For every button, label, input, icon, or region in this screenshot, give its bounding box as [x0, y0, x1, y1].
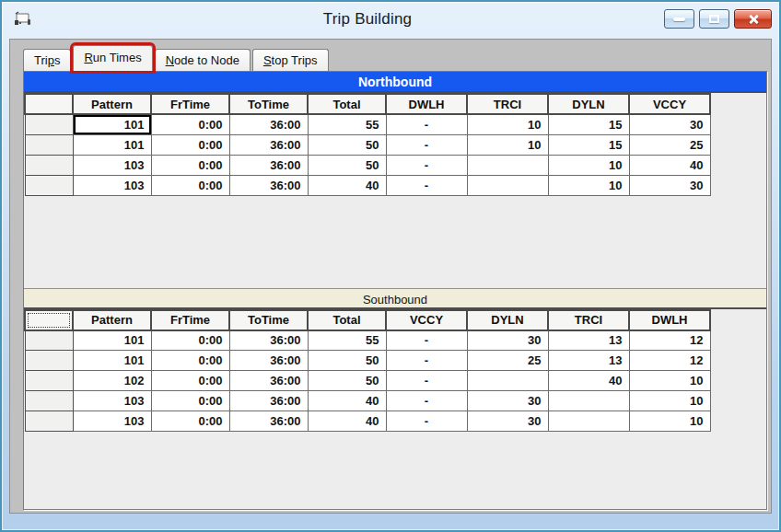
cell[interactable]: 0:00	[151, 411, 229, 432]
row-selector[interactable]	[25, 155, 73, 175]
cell[interactable]: 55	[308, 114, 386, 134]
cell[interactable]: 50	[308, 155, 386, 175]
cell[interactable]: 30	[629, 175, 710, 195]
row-selector[interactable]	[25, 351, 73, 371]
row-selector[interactable]	[25, 134, 73, 155]
column-header[interactable]: Pattern	[73, 310, 151, 330]
cell[interactable]: 0:00	[151, 330, 229, 351]
cell[interactable]: 50	[308, 371, 386, 391]
cell[interactable]	[467, 155, 548, 175]
close-button[interactable]	[734, 9, 772, 29]
cell[interactable]: 0:00	[151, 155, 229, 175]
cell[interactable]: 101	[73, 351, 151, 371]
titlebar[interactable]: Trip Building	[2, 2, 779, 39]
cell[interactable]: -	[386, 114, 467, 134]
cell[interactable]: 55	[308, 330, 386, 351]
cell[interactable]: 13	[548, 330, 629, 351]
column-header[interactable]: FrTime	[151, 310, 229, 330]
cell[interactable]: 15	[548, 134, 629, 155]
row-selector[interactable]	[25, 175, 73, 195]
cell[interactable]: 10	[629, 411, 710, 432]
cell[interactable]: 103	[73, 411, 151, 432]
column-header[interactable]: VCCY	[629, 94, 710, 114]
cell[interactable]: 103	[73, 155, 151, 175]
minimize-button[interactable]	[664, 9, 694, 29]
cell[interactable]: -	[386, 175, 467, 195]
cell[interactable]: 10	[548, 155, 629, 175]
cell[interactable]: 103	[73, 391, 151, 411]
cell[interactable]: 0:00	[151, 114, 229, 134]
cell[interactable]: 10	[629, 391, 710, 411]
cell[interactable]: 13	[548, 351, 629, 371]
cell[interactable]: 103	[73, 175, 151, 195]
cell[interactable]: 25	[467, 351, 548, 371]
column-header[interactable]: DYLN	[467, 310, 548, 330]
cell[interactable]: 10	[548, 175, 629, 195]
cell[interactable]: 30	[467, 330, 548, 351]
cell[interactable]: -	[386, 351, 467, 371]
column-header[interactable]: ToTime	[229, 310, 308, 330]
cell[interactable]: 40	[629, 155, 710, 175]
cell[interactable]: 40	[308, 175, 386, 195]
tab-run-times[interactable]: Run Times	[73, 45, 152, 71]
cell[interactable]: -	[386, 371, 467, 391]
column-header[interactable]: ToTime	[229, 94, 308, 114]
cell[interactable]: 30	[467, 411, 548, 432]
cell[interactable]: 30	[629, 114, 710, 134]
cell[interactable]: 10	[629, 371, 710, 391]
column-header[interactable]: VCCY	[386, 310, 467, 330]
cell[interactable]: 40	[308, 391, 386, 411]
column-header[interactable]: Pattern	[73, 94, 151, 114]
maximize-button[interactable]	[699, 9, 729, 29]
cell[interactable]: 50	[308, 351, 386, 371]
cell[interactable]: 36:00	[229, 391, 308, 411]
cell[interactable]: 36:00	[229, 330, 308, 351]
cell[interactable]: -	[386, 330, 467, 351]
column-header[interactable]: Total	[308, 94, 386, 114]
cell[interactable]: 40	[548, 371, 629, 391]
column-header[interactable]: Total	[308, 310, 386, 330]
cell[interactable]: 12	[629, 351, 710, 371]
cell[interactable]	[467, 371, 548, 391]
cell[interactable]: 50	[308, 134, 386, 155]
cell[interactable]: 40	[308, 411, 386, 432]
row-selector[interactable]	[25, 391, 73, 411]
row-selector-header[interactable]	[25, 94, 73, 114]
cell[interactable]: 0:00	[151, 351, 229, 371]
column-header[interactable]: TRCI	[467, 94, 548, 114]
cell[interactable]: 0:00	[151, 175, 229, 195]
cell[interactable]: 30	[467, 391, 548, 411]
column-header[interactable]: DYLN	[548, 94, 629, 114]
cell[interactable]: 0:00	[151, 391, 229, 411]
tab-stop-trips[interactable]: Stop Trips	[252, 49, 329, 71]
cell[interactable]: 101	[73, 114, 151, 134]
row-selector-header[interactable]	[25, 310, 73, 330]
cell[interactable]: 36:00	[229, 155, 308, 175]
tab-node-to-node[interactable]: Node to Node	[155, 49, 251, 71]
cell[interactable]: -	[386, 411, 467, 432]
cell[interactable]	[548, 391, 629, 411]
cell[interactable]: 101	[73, 330, 151, 351]
row-selector[interactable]	[25, 411, 73, 432]
cell[interactable]: 102	[73, 371, 151, 391]
cell[interactable]: 36:00	[229, 175, 308, 195]
cell[interactable]: 0:00	[151, 371, 229, 391]
cell[interactable]: 15	[548, 114, 629, 134]
row-selector[interactable]	[25, 330, 73, 351]
row-selector[interactable]	[25, 114, 73, 134]
cell[interactable]: 36:00	[229, 114, 308, 134]
cell[interactable]: 36:00	[229, 371, 308, 391]
row-selector[interactable]	[25, 371, 73, 391]
tab-trips[interactable]: Trips	[23, 49, 71, 71]
cell[interactable]: -	[386, 391, 467, 411]
column-header[interactable]: FrTime	[151, 94, 229, 114]
cell[interactable]: 10	[467, 114, 548, 134]
column-header[interactable]: DWLH	[386, 94, 467, 114]
cell[interactable]: 10	[467, 134, 548, 155]
cell[interactable]: 36:00	[229, 351, 308, 371]
column-header[interactable]: DWLH	[629, 310, 710, 330]
cell[interactable]	[548, 411, 629, 432]
cell[interactable]: -	[386, 155, 467, 175]
cell[interactable]: 36:00	[229, 134, 308, 155]
column-header[interactable]: TRCI	[548, 310, 629, 330]
